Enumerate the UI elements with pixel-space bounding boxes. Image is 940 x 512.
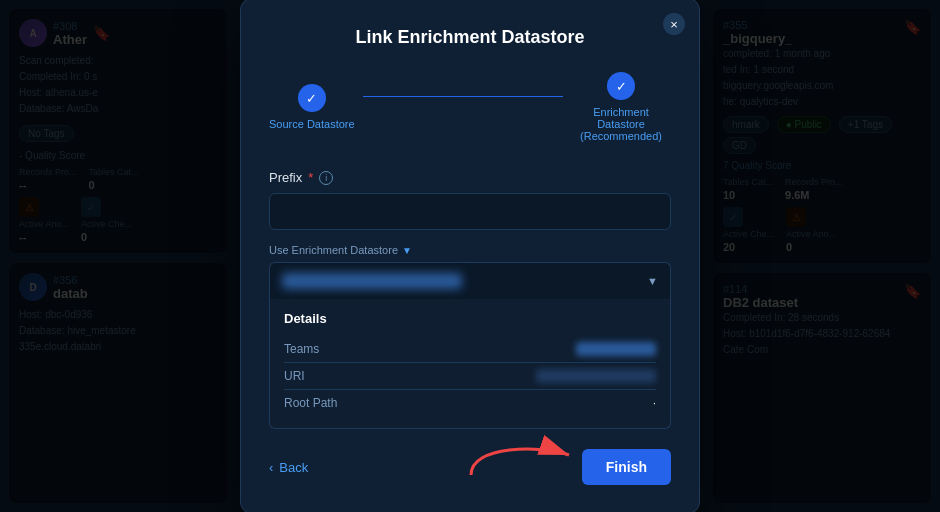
info-icon[interactable]: i (319, 171, 333, 185)
step-1-circle: ✓ (298, 84, 326, 112)
modal-overlay: × Link Enrichment Datastore ✓ Source Dat… (0, 0, 940, 512)
root-path-value: · (653, 396, 656, 410)
step-2-label: Enrichment Datastore (Recommended) (571, 106, 671, 142)
finish-button[interactable]: Finish (582, 449, 671, 485)
dropdown-selected-value (282, 273, 462, 289)
details-row-teams: Teams (284, 336, 656, 363)
red-arrow-indicator (461, 425, 581, 485)
details-row-root-path: Root Path · (284, 390, 656, 416)
stepper: ✓ Source Datastore ✓ Enrichment Datastor… (269, 72, 671, 142)
step-connector (363, 96, 563, 97)
details-row-uri: URI (284, 363, 656, 390)
prefix-input[interactable] (269, 193, 671, 230)
dropdown-label: Use Enrichment Datastore ▼ (269, 244, 671, 256)
dropdown-content: Details Teams URI Root Path · (269, 299, 671, 429)
back-button[interactable]: ‹ Back (269, 460, 308, 475)
teams-value (576, 342, 656, 356)
modal-title: Link Enrichment Datastore (269, 27, 671, 48)
close-button[interactable]: × (663, 13, 685, 35)
step-1: ✓ Source Datastore (269, 84, 355, 130)
modal-footer: ‹ Back Finish (269, 449, 671, 485)
chevron-down-icon: ▼ (647, 275, 658, 287)
step-2-circle: ✓ (607, 72, 635, 100)
modal: × Link Enrichment Datastore ✓ Source Dat… (240, 0, 700, 512)
uri-value (536, 369, 656, 383)
details-title: Details (284, 311, 656, 326)
root-path-label: Root Path (284, 396, 337, 410)
back-arrow-icon: ‹ (269, 460, 273, 475)
uri-label: URI (284, 369, 305, 383)
teams-label: Teams (284, 342, 319, 356)
dropdown-select[interactable]: ▼ (269, 262, 671, 299)
step-2: ✓ Enrichment Datastore (Recommended) (571, 72, 671, 142)
required-star: * (308, 170, 313, 185)
back-label: Back (279, 460, 308, 475)
prefix-label: Prefix * i (269, 170, 671, 185)
step-1-label: Source Datastore (269, 118, 355, 130)
